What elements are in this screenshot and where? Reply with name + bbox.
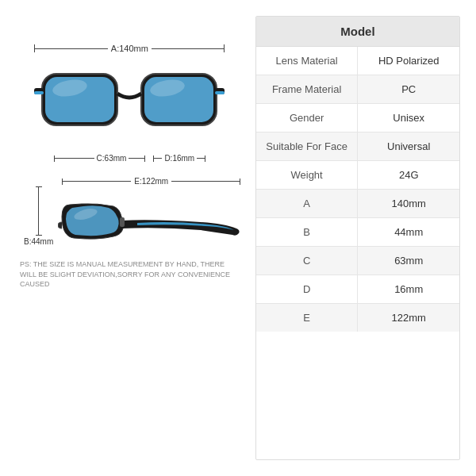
spec-value-7: 63mm	[358, 247, 459, 274]
spec-value-6: 44mm	[358, 218, 459, 246]
spec-label-9: E	[256, 304, 359, 332]
spec-row-0: Lens MaterialHD Polarized	[256, 47, 459, 75]
spec-label-2: Gender	[256, 104, 359, 132]
spec-row-5: A140mm	[256, 190, 459, 218]
spec-row-9: E122mm	[256, 304, 459, 332]
side-diagram: B:44mm E:122mm	[16, 177, 244, 255]
line-seg	[35, 48, 107, 49]
spec-label-6: B	[256, 218, 359, 246]
glasses-front-svg	[34, 58, 225, 148]
meas-c: C:63mm	[54, 154, 146, 163]
spec-row-7: C63mm	[256, 247, 459, 275]
meas-d-label: D:16mm	[162, 154, 197, 163]
front-diagram: A:140mm	[16, 16, 244, 163]
spec-rows: Lens MaterialHD PolarizedFrame MaterialP…	[256, 47, 459, 332]
glasses-side-svg: E:122mm	[58, 177, 240, 255]
note-text: PS: THE SIZE IS MANUAL MEASUREMENT BY HA…	[16, 259, 244, 290]
spec-value-8: 16mm	[358, 275, 459, 303]
spec-label-0: Lens Material	[256, 47, 359, 75]
svg-rect-9	[215, 91, 225, 94]
meas-b-label: B:44mm	[24, 237, 53, 246]
spec-row-1: Frame MaterialPC	[256, 75, 459, 104]
spec-row-8: D16mm	[256, 275, 459, 304]
spec-value-4: 24G	[358, 161, 459, 189]
spec-label-3: Suitable For Face	[256, 132, 359, 160]
meas-e-line: E:122mm	[62, 177, 240, 186]
meas-a-label: A:140mm	[108, 44, 152, 53]
svg-rect-11	[120, 217, 125, 227]
svg-rect-7	[34, 91, 44, 94]
spec-label-5: A	[256, 190, 359, 217]
line-seg2	[152, 48, 224, 49]
meas-a-line: A:140mm	[34, 44, 225, 53]
meas-c-label: C:63mm	[94, 154, 129, 163]
meas-b: B:44mm	[24, 186, 53, 246]
meas-d: D:16mm	[153, 154, 205, 163]
spec-label-4: Weight	[256, 161, 359, 189]
spec-label-8: D	[256, 275, 359, 303]
spec-label-7: C	[256, 247, 359, 274]
spec-value-0: HD Polarized	[358, 47, 459, 75]
meas-e-label: E:122mm	[131, 177, 171, 186]
spec-value-5: 140mm	[358, 190, 459, 217]
spec-row-3: Suitable For FaceUniversal	[256, 132, 459, 161]
spec-label-1: Frame Material	[256, 75, 359, 103]
cd-measurements: C:63mm D:16mm	[54, 154, 206, 163]
tick-right	[224, 44, 225, 52]
spec-row-2: GenderUnisex	[256, 104, 459, 132]
spec-value-3: Universal	[358, 132, 459, 160]
spec-value-1: PC	[358, 75, 459, 103]
spec-row-6: B44mm	[256, 218, 459, 247]
spec-table: Model Lens MaterialHD PolarizedFrame Mat…	[255, 16, 460, 460]
spec-row-4: Weight24G	[256, 161, 459, 190]
spec-value-2: Unisex	[358, 104, 459, 132]
spec-header: Model	[256, 17, 459, 47]
spec-value-9: 122mm	[358, 304, 459, 332]
left-panel: A:140mm	[16, 16, 244, 460]
